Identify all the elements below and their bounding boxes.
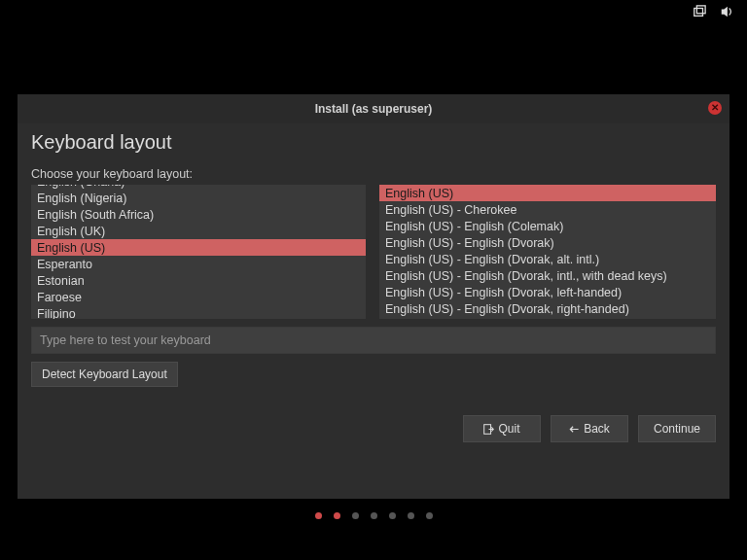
close-icon[interactable]: ✕ — [708, 101, 722, 115]
window-restore-icon[interactable] — [693, 5, 706, 22]
quit-button[interactable]: Quit — [463, 415, 541, 442]
progress-dot — [426, 512, 433, 519]
progress-dot — [315, 512, 322, 519]
keyboard-test-input[interactable] — [31, 327, 716, 354]
back-label: Back — [584, 422, 610, 436]
list-item[interactable]: English (South Africa) — [31, 206, 366, 223]
progress-dot — [389, 512, 396, 519]
continue-label: Continue — [654, 422, 700, 436]
arrow-left-icon — [569, 424, 580, 435]
installer-window: Install (as superuser) ✕ Keyboard layout… — [18, 94, 729, 499]
variant-list[interactable]: English (US)English (US) - CherokeeEngli… — [379, 185, 716, 319]
volume-icon[interactable] — [720, 5, 733, 22]
detect-layout-button[interactable]: Detect Keyboard Layout — [31, 362, 178, 387]
list-item[interactable]: English (US) - Cherokee — [379, 201, 716, 218]
list-item[interactable]: English (US) - English (Dvorak, intl., w… — [379, 267, 716, 284]
list-item[interactable]: English (US) - English (Dvorak, left-han… — [379, 284, 716, 300]
window-title: Install (as superuser) — [315, 102, 433, 116]
list-item[interactable]: English (US) - English (Dvorak, right-ha… — [379, 300, 716, 317]
list-item[interactable]: Filipino — [31, 305, 366, 319]
window-titlebar: Install (as superuser) ✕ — [18, 94, 729, 123]
list-item[interactable]: English (UK) — [31, 223, 366, 239]
list-item[interactable]: English (US) - English (Dvorak) — [379, 234, 716, 251]
quit-label: Quit — [498, 422, 519, 436]
back-button[interactable]: Back — [551, 415, 628, 442]
list-item[interactable]: English (US) — [31, 239, 366, 256]
svg-marker-2 — [722, 7, 728, 18]
list-item[interactable]: Estonian — [31, 272, 366, 289]
progress-dot — [371, 512, 377, 519]
prompt-label: Choose your keyboard layout: — [18, 167, 729, 185]
top-status-bar — [693, 0, 747, 23]
list-item[interactable]: English (Nigeria) — [31, 190, 366, 206]
progress-dot — [352, 512, 359, 519]
progress-dots — [0, 512, 747, 519]
list-item[interactable]: English (US) — [379, 185, 716, 201]
list-item[interactable]: Faroese — [31, 289, 366, 305]
layout-list[interactable]: English (Ghana)English (Nigeria)English … — [31, 185, 366, 319]
logout-icon — [483, 424, 494, 435]
svg-rect-1 — [696, 6, 705, 14]
list-item[interactable]: English (US) - English (Colemak) — [379, 218, 716, 234]
progress-dot — [408, 512, 414, 519]
continue-button[interactable]: Continue — [638, 415, 716, 442]
progress-dot — [334, 512, 340, 519]
page-heading: Keyboard layout — [18, 123, 729, 167]
list-item[interactable]: English (US) - English (Dvorak, alt. int… — [379, 251, 716, 267]
list-item[interactable]: Esperanto — [31, 256, 366, 272]
svg-rect-0 — [694, 9, 703, 17]
